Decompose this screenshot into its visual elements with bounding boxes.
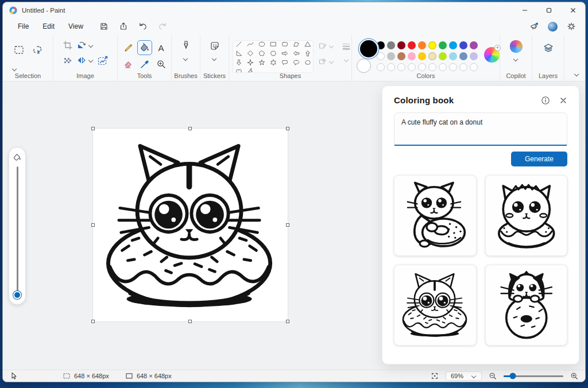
rotate-dropdown-chevron[interactable]	[88, 44, 94, 48]
info-icon[interactable]	[541, 96, 550, 105]
palette-swatch-1-4[interactable]	[418, 41, 426, 49]
foreground-color-swatch[interactable]	[360, 40, 377, 57]
shape-star-6-icon[interactable]	[269, 59, 277, 69]
copilot-dropdown-chevron[interactable]	[513, 57, 519, 61]
freeform-select-icon[interactable]	[32, 44, 43, 56]
slider-thumb[interactable]	[13, 291, 21, 299]
copilot-icon[interactable]	[510, 40, 523, 53]
palette-swatch-2-9[interactable]	[470, 52, 478, 60]
crop-icon[interactable]	[63, 40, 73, 51]
rectangle-select-icon[interactable]	[13, 44, 25, 56]
palette-empty-slot[interactable]	[418, 63, 426, 71]
stickers-dropdown-chevron[interactable]	[212, 57, 217, 61]
palette-empty-slot[interactable]	[377, 63, 385, 71]
palette-swatch-1-3[interactable]	[408, 41, 416, 49]
resize-handle-se[interactable]	[286, 320, 289, 323]
shape-speech-rounded-icon[interactable]	[281, 59, 289, 69]
palette-swatch-1-7[interactable]	[449, 41, 457, 49]
selection-dropdown-chevron[interactable]	[12, 67, 17, 71]
shape-speech-cloud-icon[interactable]	[304, 59, 312, 69]
thumbnail-variant-3[interactable]	[394, 265, 477, 346]
text-tool[interactable]: A	[154, 40, 169, 55]
palette-empty-slot[interactable]	[470, 63, 478, 71]
rotate-icon[interactable]	[76, 40, 87, 51]
resize-handle-ne[interactable]	[286, 127, 289, 130]
palette-swatch-2-2[interactable]	[397, 52, 405, 60]
palette-empty-slot[interactable]	[439, 63, 447, 71]
palette-swatch-1-5[interactable]	[428, 41, 436, 49]
palette-swatch-1-0[interactable]	[377, 41, 385, 49]
palette-empty-slot[interactable]	[449, 63, 457, 71]
thumbnail-variant-2[interactable]	[485, 175, 568, 256]
palette-swatch-1-9[interactable]	[470, 41, 478, 49]
resize-handle-nw[interactable]	[91, 127, 95, 130]
palette-swatch-1-2[interactable]	[397, 41, 405, 49]
zoom-slider-thumb[interactable]	[510, 373, 516, 379]
flip-icon[interactable]	[76, 55, 87, 65]
resize-handle-w[interactable]	[91, 223, 95, 227]
settings-gear-icon[interactable]	[567, 22, 576, 31]
palette-swatch-2-0[interactable]	[377, 52, 385, 60]
share-icon[interactable]	[119, 22, 128, 31]
palette-swatch-2-5[interactable]	[428, 52, 436, 60]
zoom-slider[interactable]	[504, 375, 563, 377]
menu-edit[interactable]: Edit	[36, 20, 61, 33]
fill-tolerance-slider[interactable]	[9, 147, 26, 305]
palette-swatch-2-6[interactable]	[439, 52, 447, 60]
palette-empty-slot[interactable]	[397, 63, 405, 71]
minimize-button[interactable]	[513, 2, 537, 18]
layers-icon[interactable]	[543, 42, 554, 54]
remove-background-icon[interactable]	[63, 55, 73, 65]
palette-swatch-2-3[interactable]	[408, 52, 416, 60]
canvas[interactable]	[93, 129, 288, 321]
thumbnail-variant-4[interactable]	[485, 265, 568, 346]
generate-button[interactable]: Generate	[511, 152, 567, 166]
title-bar[interactable]: Untitled - Paint	[3, 2, 585, 18]
resize-handle-e[interactable]	[286, 223, 289, 227]
collapse-ribbon-chevron[interactable]	[574, 72, 579, 76]
fill-tool-selected[interactable]	[137, 40, 152, 55]
zoom-level-dropdown[interactable]: 69%	[446, 371, 482, 381]
eyedropper-tool[interactable]	[137, 57, 152, 72]
magnifier-tool[interactable]	[154, 57, 169, 72]
palette-empty-slot[interactable]	[428, 63, 436, 71]
slider-track[interactable]	[17, 166, 18, 293]
resize-handle-n[interactable]	[188, 127, 192, 130]
eraser-tool[interactable]	[121, 57, 136, 72]
brushes-dropdown-chevron[interactable]	[183, 57, 188, 61]
panel-close-icon[interactable]	[559, 96, 567, 104]
palette-empty-slot[interactable]	[459, 63, 467, 71]
feedback-icon[interactable]	[529, 22, 539, 31]
prompt-input[interactable]: A cute fluffy cat on a donut	[394, 112, 567, 146]
palette-swatch-2-8[interactable]	[459, 52, 467, 60]
undo-icon[interactable]	[138, 22, 148, 31]
resize-image-icon[interactable]	[97, 55, 109, 67]
pencil-tool[interactable]	[121, 40, 136, 55]
palette-swatch-1-1[interactable]	[387, 41, 395, 49]
menu-view[interactable]: View	[61, 20, 90, 33]
resize-handle-s[interactable]	[188, 320, 192, 323]
palette-swatch-2-4[interactable]	[418, 52, 426, 60]
brush-icon[interactable]	[180, 40, 192, 52]
shape-star-5-icon[interactable]	[258, 59, 266, 69]
close-button[interactable]	[561, 2, 585, 18]
thumbnail-variant-1[interactable]	[394, 175, 477, 256]
background-color-swatch[interactable]	[357, 59, 371, 73]
palette-swatch-2-7[interactable]	[449, 52, 457, 60]
maximize-button[interactable]	[537, 2, 561, 18]
save-icon[interactable]	[99, 22, 109, 31]
palette-empty-slot[interactable]	[408, 63, 416, 71]
zoom-in-icon[interactable]	[570, 372, 578, 380]
user-avatar[interactable]	[548, 22, 558, 32]
palette-swatch-1-8[interactable]	[459, 41, 467, 49]
palette-empty-slot[interactable]	[387, 63, 395, 71]
menu-file[interactable]: File	[11, 20, 36, 33]
sticker-icon[interactable]	[209, 40, 220, 52]
fit-to-screen-icon[interactable]	[431, 372, 439, 380]
palette-swatch-2-1[interactable]	[387, 52, 395, 60]
zoom-out-icon[interactable]	[489, 372, 497, 380]
resize-handle-sw[interactable]	[91, 320, 95, 323]
shape-speech-oval-icon[interactable]	[292, 59, 300, 69]
palette-swatch-1-6[interactable]	[439, 41, 447, 49]
flip-dropdown-chevron[interactable]	[88, 59, 94, 63]
